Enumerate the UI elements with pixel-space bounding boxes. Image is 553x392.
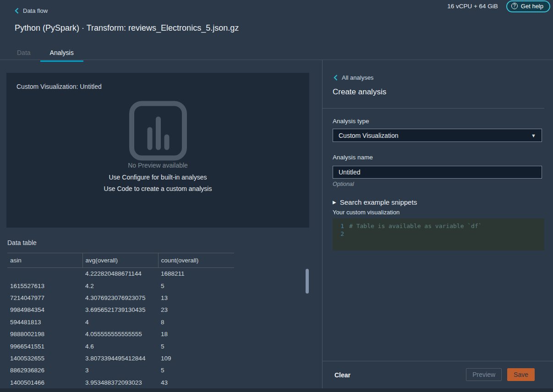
table-row: 14005014663.95348837209302343 xyxy=(7,376,234,388)
bar-chart-icon xyxy=(129,101,187,161)
chevron-down-icon: ▼ xyxy=(531,133,536,138)
code-line: 1# Table is available as variable `df` xyxy=(333,223,544,230)
analysis-name-label: Analysis name xyxy=(333,154,373,161)
analysis-type-value: Custom Visualization xyxy=(339,132,398,139)
table-row: 99665415514.65 xyxy=(7,340,234,352)
analysis-name-input[interactable] xyxy=(333,166,542,179)
configure-hint-text: Use Configure for built-in analyses xyxy=(6,174,309,181)
no-preview-text: No Preview available xyxy=(6,162,309,169)
question-icon: ? xyxy=(511,3,518,9)
get-help-button[interactable]: ? Get help xyxy=(506,0,550,12)
code-editor[interactable]: 1# Table is available as variable `df`2 xyxy=(333,218,544,250)
table-cell: 43 xyxy=(158,376,234,388)
data-table-title: Data table xyxy=(7,239,37,246)
header-right: 16 vCPU + 64 GiB ? Get help xyxy=(447,0,550,12)
chevron-right-icon: ▶ xyxy=(333,200,336,205)
code-hint-text: Use Code to create a custom analysis xyxy=(6,185,309,192)
table-cell: 5 xyxy=(158,340,234,352)
column-header-avg-overall: avg(overall) xyxy=(82,253,158,268)
table-row: 4.2228204886711441688211 xyxy=(7,268,234,280)
table-cell: 4.2 xyxy=(82,280,158,292)
table-cell: 4.3076923076923075 xyxy=(82,292,158,304)
preview-title: Custom Visualization: Untitled xyxy=(16,83,102,90)
data-table: asin avg(overall) count(overall) 4.22282… xyxy=(7,253,234,388)
table-cell: 9888002198 xyxy=(7,328,82,340)
analysis-type-select[interactable]: Custom Visualization ▼ xyxy=(333,129,542,142)
table-cell xyxy=(7,268,82,280)
table-cell: 4.055555555555555 xyxy=(82,328,158,340)
table-cell: 1400501466 xyxy=(7,376,82,388)
visualization-preview-panel: Custom Visualization: Untitled No Previe… xyxy=(6,73,309,228)
table-cell: 4.6 xyxy=(82,340,158,352)
table-row: 99849843543.695652173913043523 xyxy=(7,304,234,316)
table-cell: 3.8073394495412844 xyxy=(82,352,158,364)
preview-button[interactable]: Preview xyxy=(466,368,502,381)
column-header-count-overall: count(overall) xyxy=(158,253,234,268)
line-number: 1 xyxy=(333,223,349,230)
panel-footer: Clear Preview Save xyxy=(323,361,553,392)
data-table-body: 4.222820488671144168821116155276134.2572… xyxy=(7,268,234,389)
table-row: 886293682635 xyxy=(7,365,234,376)
resources-badge: 16 vCPU + 64 GiB xyxy=(447,3,498,10)
table-row: 14005326553.8073394495412844109 xyxy=(7,352,234,364)
back-link-label: Data flow xyxy=(23,7,48,14)
clear-button[interactable]: Clear xyxy=(334,371,350,379)
table-cell: 8 xyxy=(158,316,234,328)
line-number: 2 xyxy=(333,230,349,238)
panel-title: Create analysis xyxy=(333,87,386,97)
table-cell: 23 xyxy=(158,304,234,316)
search-snippets-label: Search example snippets xyxy=(340,198,417,206)
custom-visualization-label: Your custom visualization xyxy=(333,209,400,216)
page-title: Python (PySpark) · Transform: reviews_El… xyxy=(15,23,239,33)
create-analysis-panel: All analyses Create analysis Analysis ty… xyxy=(322,60,553,392)
table-cell: 9966541551 xyxy=(7,340,82,352)
back-link-data-flow[interactable]: Data flow xyxy=(15,7,48,14)
column-header-asin: asin xyxy=(7,253,82,268)
table-row: 98880021984.05555555555555518 xyxy=(7,328,234,340)
save-button[interactable]: Save xyxy=(507,368,535,381)
table-cell: 4 xyxy=(82,316,158,328)
optional-hint: Optional xyxy=(333,181,354,187)
search-snippets-toggle[interactable]: ▶ Search example snippets xyxy=(333,198,417,206)
table-header-row: asin avg(overall) count(overall) xyxy=(7,253,234,268)
table-cell: 7214047977 xyxy=(7,292,82,304)
table-cell: 1615527613 xyxy=(7,280,82,292)
back-link-all-analyses[interactable]: All analyses xyxy=(334,74,373,81)
table-row: 72140479774.307692307692307513 xyxy=(7,292,234,304)
table-cell: 9984984354 xyxy=(7,304,82,316)
code-text: # Table is available as variable `df` xyxy=(349,223,482,230)
table-cell: 3.6956521739130435 xyxy=(82,304,158,316)
table-cell: 109 xyxy=(158,352,234,364)
panel-divider xyxy=(323,108,544,109)
bottom-scroll-track xyxy=(0,388,553,392)
chevron-left-icon xyxy=(15,8,19,14)
code-line: 2 xyxy=(333,230,544,238)
table-cell: 594481813 xyxy=(7,316,82,328)
analysis-type-label: Analysis type xyxy=(333,118,369,125)
table-cell: 18 xyxy=(158,328,234,340)
table-cell: 3.953488372093023 xyxy=(82,376,158,388)
table-cell: 4.222820488671144 xyxy=(82,268,158,280)
table-scrollbar-thumb[interactable] xyxy=(306,269,309,294)
table-cell: 1400532655 xyxy=(7,352,82,364)
table-cell: 1688211 xyxy=(158,268,234,280)
table-row: 59448181348 xyxy=(7,316,234,328)
table-cell: 5 xyxy=(158,365,234,376)
footer-buttons: Preview Save xyxy=(466,368,535,381)
table-cell: 5 xyxy=(158,280,234,292)
back-link-label: All analyses xyxy=(342,74,373,81)
table-cell: 8862936826 xyxy=(7,365,82,376)
table-row: 16155276134.25 xyxy=(7,280,234,292)
app-window: Data flow 16 vCPU + 64 GiB ? Get help Py… xyxy=(0,0,553,392)
chevron-left-icon xyxy=(334,75,338,81)
get-help-label: Get help xyxy=(521,3,543,10)
table-cell: 3 xyxy=(82,365,158,376)
table-cell: 13 xyxy=(158,292,234,304)
